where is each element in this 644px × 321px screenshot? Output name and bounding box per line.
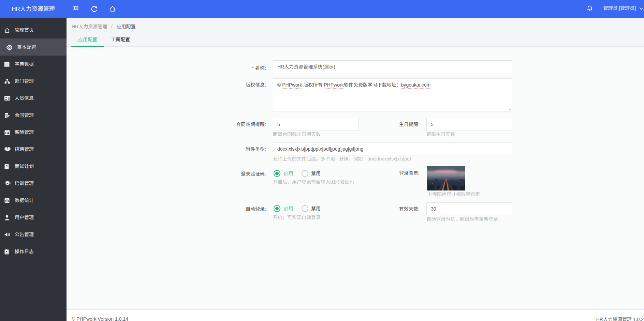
svg-text:?: ?: [6, 165, 8, 169]
